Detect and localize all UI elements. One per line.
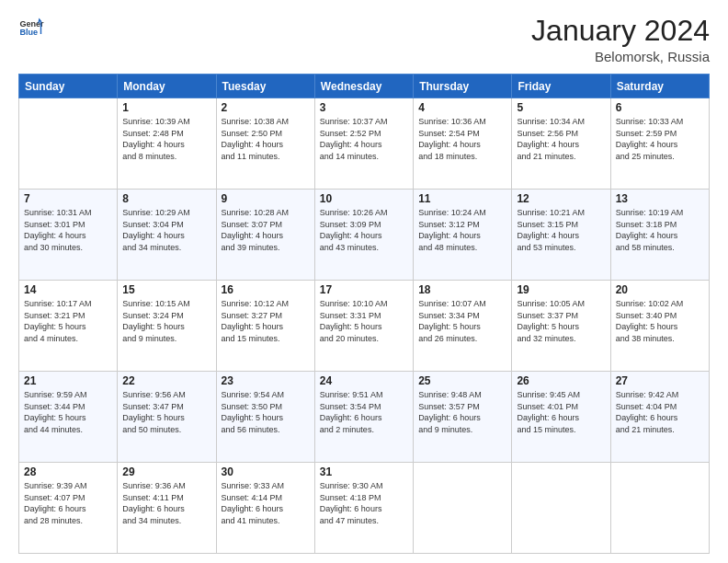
day-info: Sunrise: 9:54 AM Sunset: 3:50 PM Dayligh…	[222, 389, 310, 435]
day-info: Sunrise: 9:51 AM Sunset: 3:54 PM Dayligh…	[320, 389, 408, 435]
day-info: Sunrise: 10:21 AM Sunset: 3:15 PM Daylig…	[517, 207, 605, 253]
col-saturday: Saturday	[610, 75, 709, 98]
calendar-cell: 25Sunrise: 9:48 AM Sunset: 3:57 PM Dayli…	[414, 372, 512, 463]
calendar-week-row: 1Sunrise: 10:39 AM Sunset: 2:48 PM Dayli…	[19, 98, 710, 190]
day-info: Sunrise: 10:29 AM Sunset: 3:04 PM Daylig…	[122, 207, 210, 253]
calendar-cell: 1Sunrise: 10:39 AM Sunset: 2:48 PM Dayli…	[118, 98, 216, 190]
calendar-cell: 29Sunrise: 9:36 AM Sunset: 4:11 PM Dayli…	[118, 463, 216, 554]
day-number: 20	[616, 283, 704, 296]
day-info: Sunrise: 10:38 AM Sunset: 2:50 PM Daylig…	[222, 116, 310, 162]
calendar-cell: 7Sunrise: 10:31 AM Sunset: 3:01 PM Dayli…	[19, 190, 118, 281]
day-number: 19	[517, 283, 605, 296]
day-number: 5	[517, 101, 605, 114]
day-number: 15	[122, 283, 210, 296]
calendar-cell: 21Sunrise: 9:59 AM Sunset: 3:44 PM Dayli…	[19, 372, 118, 463]
day-number: 21	[24, 374, 112, 387]
day-info: Sunrise: 9:59 AM Sunset: 3:44 PM Dayligh…	[24, 389, 112, 435]
calendar-cell: 26Sunrise: 9:45 AM Sunset: 4:01 PM Dayli…	[512, 372, 610, 463]
calendar-cell: 13Sunrise: 10:19 AM Sunset: 3:18 PM Dayl…	[610, 190, 709, 281]
calendar-week-row: 21Sunrise: 9:59 AM Sunset: 3:44 PM Dayli…	[19, 372, 710, 463]
day-info: Sunrise: 9:36 AM Sunset: 4:11 PM Dayligh…	[122, 480, 210, 526]
calendar-cell: 31Sunrise: 9:30 AM Sunset: 4:18 PM Dayli…	[314, 463, 413, 554]
calendar-cell: 2Sunrise: 10:38 AM Sunset: 2:50 PM Dayli…	[216, 98, 314, 190]
day-number: 7	[24, 192, 112, 205]
day-info: Sunrise: 9:42 AM Sunset: 4:04 PM Dayligh…	[616, 389, 704, 435]
day-info: Sunrise: 9:33 AM Sunset: 4:14 PM Dayligh…	[222, 480, 310, 526]
calendar-cell: 6Sunrise: 10:33 AM Sunset: 2:59 PM Dayli…	[610, 98, 709, 190]
day-info: Sunrise: 10:15 AM Sunset: 3:24 PM Daylig…	[122, 298, 210, 344]
location-subtitle: Belomorsk, Russia	[531, 49, 710, 64]
calendar-cell: 11Sunrise: 10:24 AM Sunset: 3:12 PM Dayl…	[414, 190, 512, 281]
calendar-cell: 5Sunrise: 10:34 AM Sunset: 2:56 PM Dayli…	[512, 98, 610, 190]
calendar-cell: 20Sunrise: 10:02 AM Sunset: 3:40 PM Dayl…	[610, 281, 709, 372]
day-info: Sunrise: 9:56 AM Sunset: 3:47 PM Dayligh…	[122, 389, 210, 435]
logo-icon: General Blue	[18, 15, 44, 40]
day-number: 6	[616, 101, 704, 114]
day-number: 11	[418, 192, 506, 205]
day-number: 14	[24, 283, 112, 296]
col-tuesday: Tuesday	[216, 75, 314, 98]
logo: General Blue	[18, 15, 44, 40]
day-info: Sunrise: 10:24 AM Sunset: 3:12 PM Daylig…	[418, 207, 506, 253]
day-number: 25	[418, 374, 506, 387]
calendar-cell: 18Sunrise: 10:07 AM Sunset: 3:34 PM Dayl…	[414, 281, 512, 372]
title-block: January 2024 Belomorsk, Russia	[531, 15, 710, 64]
day-info: Sunrise: 10:17 AM Sunset: 3:21 PM Daylig…	[24, 298, 112, 344]
calendar-cell: 23Sunrise: 9:54 AM Sunset: 3:50 PM Dayli…	[216, 372, 314, 463]
month-year-title: January 2024	[531, 15, 710, 47]
day-number: 28	[24, 465, 112, 478]
day-number: 18	[418, 283, 506, 296]
day-number: 22	[122, 374, 210, 387]
calendar-cell: 9Sunrise: 10:28 AM Sunset: 3:07 PM Dayli…	[216, 190, 314, 281]
calendar-cell: 28Sunrise: 9:39 AM Sunset: 4:07 PM Dayli…	[19, 463, 118, 554]
calendar-cell: 24Sunrise: 9:51 AM Sunset: 3:54 PM Dayli…	[314, 372, 413, 463]
calendar-table: Sunday Monday Tuesday Wednesday Thursday…	[18, 74, 710, 554]
page: General Blue January 2024 Belomorsk, Rus…	[0, 0, 728, 563]
day-number: 9	[222, 192, 310, 205]
day-info: Sunrise: 10:19 AM Sunset: 3:18 PM Daylig…	[616, 207, 704, 253]
col-sunday: Sunday	[19, 75, 118, 98]
day-info: Sunrise: 10:37 AM Sunset: 2:52 PM Daylig…	[320, 116, 408, 162]
day-number: 2	[222, 101, 310, 114]
day-info: Sunrise: 10:39 AM Sunset: 2:48 PM Daylig…	[122, 116, 210, 162]
day-number: 13	[616, 192, 704, 205]
day-number: 31	[320, 465, 408, 478]
day-info: Sunrise: 10:28 AM Sunset: 3:07 PM Daylig…	[222, 207, 310, 253]
day-number: 10	[320, 192, 408, 205]
day-info: Sunrise: 10:26 AM Sunset: 3:09 PM Daylig…	[320, 207, 408, 253]
calendar-cell: 8Sunrise: 10:29 AM Sunset: 3:04 PM Dayli…	[118, 190, 216, 281]
day-number: 29	[122, 465, 210, 478]
day-info: Sunrise: 9:48 AM Sunset: 3:57 PM Dayligh…	[418, 389, 506, 435]
calendar-week-row: 14Sunrise: 10:17 AM Sunset: 3:21 PM Dayl…	[19, 281, 710, 372]
calendar-cell: 15Sunrise: 10:15 AM Sunset: 3:24 PM Dayl…	[118, 281, 216, 372]
day-number: 17	[320, 283, 408, 296]
day-number: 26	[517, 374, 605, 387]
calendar-cell	[512, 463, 610, 554]
day-number: 4	[418, 101, 506, 114]
day-info: Sunrise: 10:33 AM Sunset: 2:59 PM Daylig…	[616, 116, 704, 162]
day-number: 23	[222, 374, 310, 387]
day-info: Sunrise: 10:34 AM Sunset: 2:56 PM Daylig…	[517, 116, 605, 162]
day-number: 27	[616, 374, 704, 387]
day-info: Sunrise: 9:45 AM Sunset: 4:01 PM Dayligh…	[517, 389, 605, 435]
calendar-cell: 27Sunrise: 9:42 AM Sunset: 4:04 PM Dayli…	[610, 372, 709, 463]
day-number: 16	[222, 283, 310, 296]
day-number: 12	[517, 192, 605, 205]
day-info: Sunrise: 9:30 AM Sunset: 4:18 PM Dayligh…	[320, 480, 408, 526]
calendar-week-row: 28Sunrise: 9:39 AM Sunset: 4:07 PM Dayli…	[19, 463, 710, 554]
calendar-cell: 19Sunrise: 10:05 AM Sunset: 3:37 PM Dayl…	[512, 281, 610, 372]
day-info: Sunrise: 10:12 AM Sunset: 3:27 PM Daylig…	[222, 298, 310, 344]
day-number: 24	[320, 374, 408, 387]
day-number: 30	[222, 465, 310, 478]
calendar-header-row: Sunday Monday Tuesday Wednesday Thursday…	[19, 75, 710, 98]
svg-text:Blue: Blue	[19, 28, 38, 37]
calendar-cell: 3Sunrise: 10:37 AM Sunset: 2:52 PM Dayli…	[314, 98, 413, 190]
calendar-cell: 16Sunrise: 10:12 AM Sunset: 3:27 PM Dayl…	[216, 281, 314, 372]
calendar-cell	[414, 463, 512, 554]
day-number: 1	[122, 101, 210, 114]
day-info: Sunrise: 10:05 AM Sunset: 3:37 PM Daylig…	[517, 298, 605, 344]
col-wednesday: Wednesday	[314, 75, 413, 98]
day-info: Sunrise: 9:39 AM Sunset: 4:07 PM Dayligh…	[24, 480, 112, 526]
col-friday: Friday	[512, 75, 610, 98]
day-info: Sunrise: 10:31 AM Sunset: 3:01 PM Daylig…	[24, 207, 112, 253]
